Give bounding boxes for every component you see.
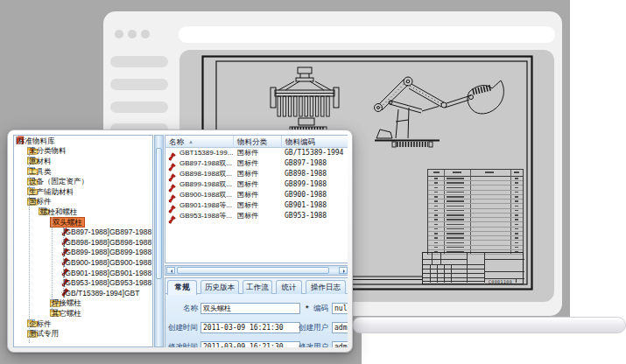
bom-cell-mark: [434, 219, 438, 220]
bom-cell-mark: [447, 196, 464, 198]
bom-cell-mark: [434, 228, 438, 230]
scrollbar-thumb[interactable]: [177, 267, 329, 274]
column-header-name[interactable]: 名称▲: [165, 136, 234, 148]
tree-item-label: 测试专用: [27, 329, 60, 338]
bom-cell-mark: [434, 206, 438, 207]
table-horizontal-scrollbar[interactable]: [165, 265, 348, 276]
tree-item[interactable]: +企标件: [14, 318, 153, 329]
bom-row: [428, 205, 523, 209]
table-row[interactable]: GB899-1988双...国标件GB899-1988: [165, 179, 348, 190]
tree-item-label: 国标件: [27, 197, 53, 206]
column-header-label: 物料分类: [237, 137, 267, 146]
tree-item[interactable]: +原材料: [14, 156, 153, 166]
bom-cell-mark: [515, 242, 518, 244]
column-header-code[interactable]: 物料编码: [282, 136, 348, 148]
tree-item[interactable]: [GB/T15389-1994]GBT: [14, 288, 153, 298]
tree-connector: [40, 207, 41, 212]
field-input[interactable]: 2011-03-09 16:21:30: [200, 341, 300, 347]
scroll-left-arrow-icon[interactable]: [166, 267, 175, 274]
tree-item-label: 未分类物料: [27, 146, 68, 155]
bom-row: [428, 191, 523, 195]
tree-item[interactable]: [GB897-1988]GB897-1988: [14, 227, 153, 237]
table-row[interactable]: GB953-1988等...国标件GB953-1988: [165, 211, 348, 221]
table-row[interactable]: GB898-1988双...国标件GB898-1988: [165, 169, 348, 179]
bom-cell-mark: [434, 214, 438, 216]
bom-cell-mark: [447, 247, 464, 248]
bom-cell-mark: [515, 247, 518, 248]
cell-code: GB897-1988: [285, 158, 327, 169]
material-tree: −标准物料库+S未分类物料+原材料+工具类+设备（固定资产）+生产辅助材料−国标…: [13, 135, 153, 347]
tree-vertical-scrollbar[interactable]: [154, 135, 164, 347]
bom-cell-mark: [447, 228, 464, 230]
table-row[interactable]: GBT15389-199...国标件GB/T15389-1994: [165, 148, 348, 158]
tree-item[interactable]: −双头螺柱: [14, 217, 153, 228]
tree-item[interactable]: +其它螺柱: [14, 308, 153, 318]
tree-item[interactable]: [GB953-1988]GB953-1988: [14, 277, 153, 288]
cell-name: GB900-1988双...: [179, 190, 232, 200]
cell-name: GBT15389-199...: [179, 148, 233, 158]
bom-row: [428, 181, 523, 186]
bom-row: [428, 186, 523, 191]
bom-cell-mark: [447, 237, 464, 239]
tree-item[interactable]: −螺栓和螺柱: [14, 206, 153, 217]
table-row[interactable]: GB897-1988双...国标件GB897-1988: [165, 158, 348, 169]
tab-常规[interactable]: 常规: [167, 280, 197, 295]
bom-cell-mark: [447, 224, 464, 226]
bom-cell-mark: [515, 210, 518, 212]
cell-name: GB897-1988双...: [179, 158, 232, 169]
cell-name: GB901-1988等...: [179, 200, 232, 211]
field-label: 编码: [293, 304, 328, 313]
field-input[interactable]: 2011-03-09 16:21:30: [200, 322, 300, 333]
tree-item[interactable]: +测试专用: [14, 328, 153, 339]
tree-item[interactable]: +设备（固定资产）: [14, 176, 153, 186]
table-row[interactable]: GB901-1988等...国标件GB901-1988: [165, 200, 348, 211]
tree-item[interactable]: +S未分类物料: [14, 146, 153, 157]
page: C0081100 −标准物料库+S未分类物料+原材料+工具类+设备（固定资产）+…: [0, 0, 626, 364]
bom-cell-mark: [447, 187, 464, 189]
bom-cell-mark: [515, 237, 518, 239]
tree-item[interactable]: −国标件: [14, 197, 153, 207]
title-block: C0081100: [422, 252, 524, 284]
bom-cell-mark: [515, 214, 518, 216]
bom-cell-mark: [447, 233, 464, 234]
desk-surface-strip: [352, 317, 626, 333]
table-row[interactable]: GB900-1988双...国标件GB900-1988: [165, 190, 348, 200]
scrollbar-thumb[interactable]: [156, 148, 162, 279]
column-header-label: 名称: [169, 137, 184, 146]
field-input[interactable]: admin: [332, 341, 348, 347]
field-input[interactable]: null: [332, 303, 348, 314]
tree-item[interactable]: [GB900-1988]GB900-1988: [14, 257, 153, 268]
address-bar-placeholder: [179, 26, 555, 43]
bom-cell-mark: [515, 228, 518, 230]
tree-item[interactable]: +生产辅助材料: [14, 186, 153, 197]
bom-cell-mark: [434, 187, 438, 189]
tree-item[interactable]: [GB901-1988]GB901-1988: [14, 268, 153, 278]
bom-cell-mark: [434, 182, 438, 184]
cell-category: 国标件: [237, 169, 258, 179]
tree-item[interactable]: [GB898-1988]GB898-1988: [14, 237, 153, 248]
scroll-right-arrow-icon[interactable]: [339, 267, 348, 274]
drawing-number: C0081100: [485, 279, 516, 285]
tree-connector: [29, 150, 30, 343]
detail-pane: 名称▲物料分类物料编码 GBT15389-199...国标件GB/T15389-…: [165, 135, 348, 347]
bom-cell-mark: [447, 200, 464, 202]
column-header-category[interactable]: 物料分类: [234, 136, 282, 148]
bom-cell-mark: [447, 182, 464, 184]
table-body: GBT15389-199...国标件GB/T15389-1994GB897-19…: [165, 148, 348, 262]
bom-cell-mark: [515, 187, 518, 189]
bom-cell-mark: [515, 233, 518, 234]
tree-item[interactable]: +焊接螺柱: [14, 298, 153, 309]
bom-cell-mark: [515, 192, 518, 193]
cell-category: 国标件: [237, 148, 258, 158]
bom-cell-mark: [515, 224, 518, 226]
tree-item-label: [GB901-1988]GB901-1988: [61, 269, 153, 277]
tree-item[interactable]: −标准物料库: [14, 136, 153, 146]
bom-row: [428, 209, 523, 214]
field-input[interactable]: admin: [332, 322, 348, 333]
bom-cell-mark: [515, 200, 518, 202]
cell-code: GB953-1988: [285, 211, 327, 221]
bom-row: [428, 236, 523, 241]
tree-item[interactable]: [GB899-1988]GB899-1988: [14, 248, 153, 258]
tree-item[interactable]: +工具类: [14, 166, 153, 177]
field-input[interactable]: 双头螺柱: [200, 303, 300, 314]
